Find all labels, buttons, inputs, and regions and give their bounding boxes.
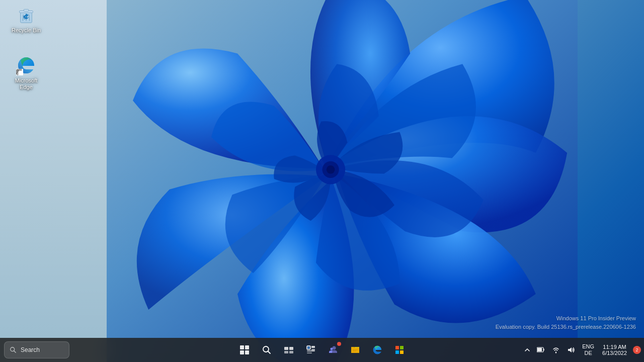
time-display: 11:19 AM — [603, 344, 626, 350]
network-indicator[interactable] — [549, 340, 563, 360]
svg-rect-20 — [245, 350, 249, 354]
svg-point-33 — [333, 346, 336, 350]
volume-indicator[interactable] — [564, 340, 578, 360]
svg-line-9 — [29, 15, 30, 21]
task-view-button[interactable] — [279, 340, 299, 360]
widgets-button[interactable] — [301, 340, 321, 360]
svg-rect-38 — [400, 346, 404, 349]
svg-rect-37 — [395, 346, 399, 349]
notification-count: 2 — [635, 347, 638, 352]
desktop-wallpaper — [91, 0, 644, 362]
svg-rect-19 — [240, 350, 244, 354]
edge-image — [16, 55, 36, 75]
svg-rect-42 — [537, 348, 542, 351]
svg-rect-23 — [284, 347, 288, 350]
svg-line-16 — [14, 351, 16, 353]
svg-rect-43 — [543, 349, 544, 351]
teams-notification-dot — [337, 342, 341, 346]
clock[interactable]: 11:19 AM 6/13/2022 — [598, 340, 631, 360]
search-bar[interactable]: Search — [4, 341, 69, 358]
svg-rect-24 — [289, 347, 293, 350]
recycle-bin-label: Recycle Bin — [12, 27, 41, 34]
svg-point-44 — [555, 352, 556, 353]
show-hidden-icons-button[interactable] — [522, 340, 533, 360]
microsoft-edge-icon[interactable]: MicrosoftEdge — [6, 55, 46, 90]
taskbar: Search — [0, 338, 644, 362]
taskbar-search-button[interactable] — [257, 340, 277, 360]
start-button[interactable] — [234, 340, 255, 360]
taskbar-center — [234, 340, 410, 360]
svg-rect-26 — [289, 351, 293, 353]
svg-rect-28 — [311, 346, 315, 348]
svg-line-7 — [23, 15, 23, 21]
volume-icon — [567, 346, 575, 354]
svg-rect-17 — [240, 345, 244, 349]
svg-point-3 — [327, 165, 335, 174]
edge-taskbar-button[interactable] — [367, 340, 387, 360]
recycle-bin-icon[interactable]: Recycle Bin — [6, 5, 46, 34]
svg-rect-18 — [245, 345, 249, 349]
svg-point-34 — [331, 348, 333, 350]
notification-button[interactable]: 2 — [633, 346, 641, 354]
svg-rect-40 — [400, 350, 404, 354]
network-icon — [552, 346, 560, 354]
recycle-bin-image — [16, 5, 36, 25]
store-button[interactable] — [389, 340, 410, 360]
svg-rect-6 — [24, 10, 29, 12]
lang-top: ENG — [582, 343, 594, 350]
language-indicator[interactable]: ENG DE — [579, 340, 597, 360]
svg-rect-32 — [307, 346, 310, 349]
search-icon — [10, 346, 17, 353]
svg-rect-29 — [311, 349, 315, 350]
teams-button[interactable] — [323, 340, 343, 360]
battery-indicator[interactable] — [534, 340, 548, 360]
chevron-up-icon — [525, 347, 530, 352]
battery-icon — [537, 346, 545, 353]
svg-rect-31 — [307, 352, 312, 353]
date-display: 6/13/2022 — [602, 350, 627, 356]
svg-rect-30 — [307, 350, 315, 351]
lang-bottom: DE — [585, 350, 592, 356]
system-tray: ENG DE 11:19 AM 6/13/2022 2 — [522, 338, 644, 362]
svg-rect-25 — [284, 351, 288, 353]
svg-line-22 — [268, 351, 271, 354]
svg-rect-39 — [395, 350, 399, 354]
desktop: Recycle Bin — [0, 0, 644, 362]
file-explorer-button[interactable] — [345, 340, 365, 360]
search-label: Search — [21, 346, 40, 353]
edge-label: MicrosoftEdge — [15, 77, 38, 90]
